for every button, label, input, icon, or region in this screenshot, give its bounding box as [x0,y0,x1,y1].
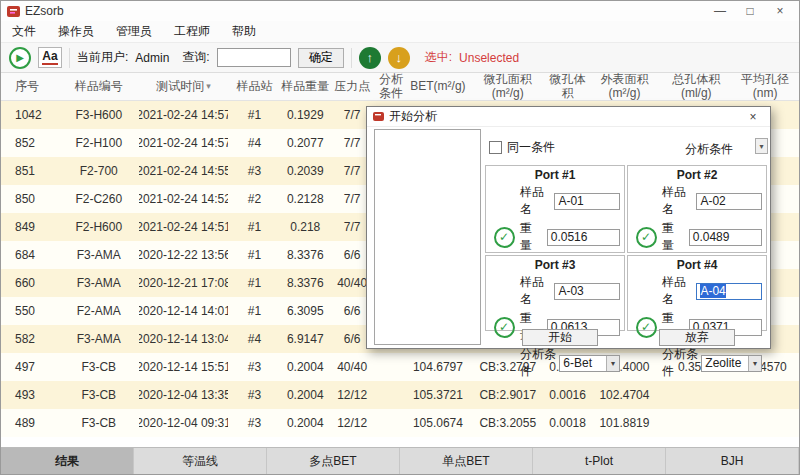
same-condition-row: 同一条件 [489,139,555,156]
same-condition-label: 同一条件 [507,139,555,156]
port-ready-check-icon[interactable]: ✓ [636,317,657,338]
column-header[interactable]: 总孔体积(ml/g) [661,73,731,100]
column-header[interactable]: 测试时间▾ [139,73,229,100]
table-cell: 0.1929 [280,101,330,129]
tab-isotherm[interactable]: 等温线 [134,448,267,474]
table-cell: 2020-12-04 09:31 [139,409,229,437]
query-label: 查询: [182,49,209,66]
column-header[interactable]: 样品重量 [280,73,330,100]
table-cell: 0.2004 [280,381,330,409]
table-cell: 851 [1,157,59,185]
table-cell: 0.2004 [280,353,330,381]
table-row[interactable]: 493F3-CB2020-12-04 13:35#30.200412/12105… [1,381,799,409]
sample-name-input[interactable]: A-01 [554,193,620,210]
table-cell [731,381,799,409]
column-header[interactable]: 外表面积(m²/g) [588,73,662,100]
tab-multipoint-bet[interactable]: 多点BET [267,448,400,474]
current-user-value: Admin [135,51,169,65]
dialog-title: 开始分析 [389,108,437,125]
condition-listbox[interactable] [374,129,481,345]
port-ready-check-icon[interactable]: ✓ [494,317,515,338]
table-cell: 12/12 [330,409,374,437]
font-button[interactable]: Aa [38,47,62,68]
abort-button[interactable]: 放弃 [659,329,735,346]
table-cell: 660 [1,269,59,297]
move-down-button[interactable]: ↓ [388,47,410,69]
column-header[interactable]: 平均孔径(nm) [731,73,799,100]
sample-name-input[interactable]: A-03 [554,283,620,300]
menu-engineer[interactable]: 工程师 [163,23,221,40]
condition-label: 分析条件 [520,346,556,380]
start-analysis-button[interactable]: ▶ [9,47,31,69]
column-header[interactable]: 分析条件 [374,73,408,100]
menu-administrator[interactable]: 管理员 [105,23,163,40]
port-title: Port #3 [486,256,624,272]
menu-file[interactable]: 文件 [1,23,47,40]
table-cell: #1 [228,269,280,297]
tab-singlepoint-bet[interactable]: 单点BET [400,448,533,474]
weight-input[interactable]: 0.0516 [547,229,620,246]
table-cell: 684 [1,241,59,269]
query-input[interactable] [217,48,291,67]
condition-select[interactable]: 6-Bet ▾ [559,355,620,372]
column-header[interactable]: 样品编号 [59,73,139,100]
bottom-tab-bar: 结果 等温线 多点BET 单点BET t-Plot BJH [1,447,799,474]
menu-operator[interactable]: 操作员 [47,23,105,40]
condition-select[interactable]: Zeolite ▾ [701,355,762,372]
table-cell: #3 [228,409,280,437]
table-cell: 0.2128 [280,185,330,213]
weight-input[interactable]: 0.0489 [689,229,762,246]
table-cell: #3 [228,381,280,409]
tab-t-plot[interactable]: t-Plot [533,448,666,474]
column-header[interactable]: 压力点 [330,73,374,100]
table-cell: 550 [1,297,59,325]
table-cell: 2021-02-24 14:57 [139,129,229,157]
column-header[interactable]: 微孔面积(m²/g) [468,73,548,100]
dialog-close-button[interactable]: × [742,110,764,124]
app-icon [7,5,20,18]
port-ready-check-icon[interactable]: ✓ [636,227,657,248]
table-cell: F3-AMA [59,325,139,353]
table-cell: F3-CB [59,381,139,409]
table-cell: #4 [228,325,280,353]
table-cell: 104.6797 [408,353,468,381]
maximize-button[interactable]: □ [737,4,763,18]
sample-name-input[interactable]: A-02 [696,193,762,210]
confirm-button[interactable]: 确定 [298,48,344,68]
minimize-button[interactable]: — [707,4,733,18]
app-title: EZsorb [25,4,64,18]
column-header[interactable]: 样品站 [228,73,280,100]
selected-value: Unselected [459,51,519,65]
same-condition-checkbox[interactable] [489,141,502,154]
condition-dropdown-icon[interactable]: ▾ [755,138,768,154]
selected-label: 选中: [425,49,452,66]
close-button[interactable]: × [767,4,793,18]
table-cell: 493 [1,381,59,409]
table-cell: 849 [1,213,59,241]
port-ready-check-icon[interactable]: ✓ [494,227,515,248]
tab-results[interactable]: 结果 [1,448,134,474]
move-up-button[interactable]: ↑ [359,47,381,69]
table-cell: 0.2039 [280,157,330,185]
chevron-down-icon[interactable]: ▾ [748,356,761,371]
column-header[interactable]: 序号 [1,73,59,100]
filter-dropdown-icon[interactable]: ▾ [206,82,211,92]
table-cell: CB:2.9017 [468,381,548,409]
table-cell [374,381,408,409]
sample-name-label: 样品名 [520,184,551,218]
down-arrow-icon: ↓ [395,50,402,65]
table-cell: F2-C260 [59,185,139,213]
chevron-down-icon[interactable]: ▾ [606,356,619,371]
column-header[interactable]: 微孔体积 [548,73,588,100]
table-row[interactable]: 489F3-CB2020-12-04 09:31#30.200412/12105… [1,409,799,437]
table-cell: 102.4704 [588,381,662,409]
table-cell: 12/12 [330,381,374,409]
start-button[interactable]: 开始 [522,329,598,346]
app-window: EZsorb — □ × 文件 操作员 管理员 工程师 帮助 ▶ Aa 当前用户… [0,0,800,475]
column-header[interactable]: BET(m²/g) [408,73,468,100]
tab-bjh[interactable]: BJH [666,448,799,474]
menu-help[interactable]: 帮助 [221,23,267,40]
sample-name-input[interactable]: A-04 [696,283,762,300]
table-cell: 1042 [1,101,59,129]
table-cell: CB:3.2055 [468,409,548,437]
